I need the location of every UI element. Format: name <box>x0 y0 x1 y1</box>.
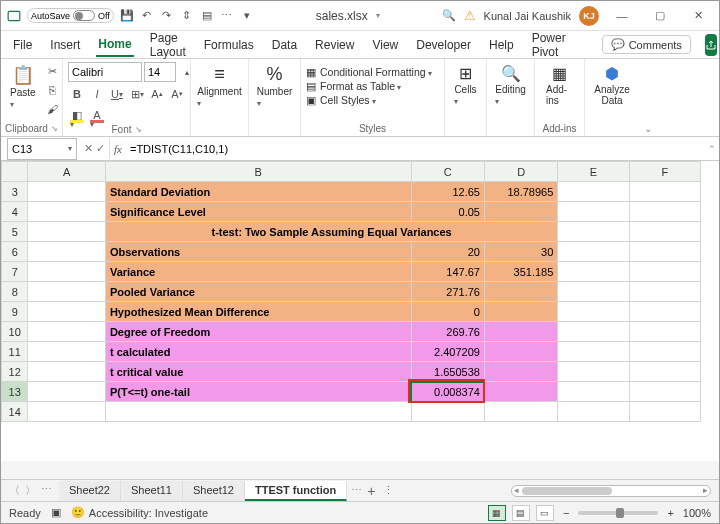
alignment-button[interactable]: ≡ Alignment <box>193 62 245 110</box>
tab-page-layout[interactable]: Page Layout <box>148 27 188 63</box>
cell-F4[interactable] <box>629 202 700 222</box>
col-header-E[interactable]: E <box>558 162 629 182</box>
cell-D13[interactable] <box>484 382 557 402</box>
cell-B13[interactable]: P(T<=t) one-tail <box>105 382 411 402</box>
cell-D9[interactable] <box>484 302 557 322</box>
cell-D11[interactable] <box>484 342 557 362</box>
cell-F9[interactable] <box>629 302 700 322</box>
col-header-B[interactable]: B <box>105 162 411 182</box>
underline-button[interactable]: U <box>108 85 126 103</box>
cell-E12[interactable] <box>558 362 629 382</box>
save-icon[interactable]: 💾 <box>120 9 134 23</box>
page-layout-view-button[interactable]: ▤ <box>512 505 530 521</box>
maximize-button[interactable]: ▢ <box>645 3 675 29</box>
cell-A4[interactable] <box>28 202 105 222</box>
cell-E14[interactable] <box>558 402 629 422</box>
cell-E11[interactable] <box>558 342 629 362</box>
sheet-next-icon[interactable]: 〉 <box>23 483 37 498</box>
cell-D6[interactable]: 30 <box>484 242 557 262</box>
clipboard-launcher-icon[interactable]: ↘ <box>51 124 58 133</box>
comments-button[interactable]: 💬 Comments <box>602 35 691 54</box>
collapse-ribbon-icon[interactable]: ⌄ <box>639 59 657 136</box>
cell-styles-button[interactable]: ▣Cell Styles <box>306 94 432 106</box>
row-header-7[interactable]: 7 <box>2 262 28 282</box>
tab-insert[interactable]: Insert <box>48 34 82 56</box>
cell-E4[interactable] <box>558 202 629 222</box>
avatar[interactable]: KJ <box>579 6 599 26</box>
cell-B12[interactable]: t critical value <box>105 362 411 382</box>
analyze-data-button[interactable]: ⬢ Analyze Data <box>588 62 636 108</box>
cell-E9[interactable] <box>558 302 629 322</box>
bold-button[interactable]: B <box>68 85 86 103</box>
conditional-formatting-button[interactable]: ▦Conditional Formatting <box>306 66 432 78</box>
editing-button[interactable]: 🔍 Editing <box>489 62 532 108</box>
col-header-A[interactable]: A <box>28 162 105 182</box>
cell-D14[interactable] <box>484 402 557 422</box>
cell-A9[interactable] <box>28 302 105 322</box>
cell-D4[interactable] <box>484 202 557 222</box>
tab-formulas[interactable]: Formulas <box>202 34 256 56</box>
cell-E8[interactable] <box>558 282 629 302</box>
cell-C13[interactable]: 0.008374 <box>411 382 484 402</box>
increase-font-icon[interactable]: A▴ <box>148 85 166 103</box>
qat-overflow-icon[interactable]: ⋯ <box>220 9 234 23</box>
cell-A13[interactable] <box>28 382 105 402</box>
tab-home[interactable]: Home <box>96 33 133 57</box>
cell-E6[interactable] <box>558 242 629 262</box>
sheet-tab-sheet12[interactable]: Sheet12 <box>183 481 245 501</box>
name-box[interactable]: C13 ▾ <box>7 138 77 160</box>
cell-B14[interactable] <box>105 402 411 422</box>
row-header-10[interactable]: 10 <box>2 322 28 342</box>
tab-data[interactable]: Data <box>270 34 299 56</box>
cell-F3[interactable] <box>629 182 700 202</box>
row-header-14[interactable]: 14 <box>2 402 28 422</box>
cell-F7[interactable] <box>629 262 700 282</box>
zoom-slider[interactable] <box>578 511 658 515</box>
cell-A11[interactable] <box>28 342 105 362</box>
page-break-view-button[interactable]: ▭ <box>536 505 554 521</box>
normal-view-button[interactable]: ▦ <box>488 505 506 521</box>
sheet-scroll-icon[interactable]: ⋮ <box>381 484 395 497</box>
cell-C7[interactable]: 147.67 <box>411 262 484 282</box>
border-button[interactable]: ⊞ <box>128 85 146 103</box>
decrease-font-icon[interactable]: A▾ <box>168 85 186 103</box>
cell-D12[interactable] <box>484 362 557 382</box>
font-color-button[interactable]: A <box>88 106 106 124</box>
warning-icon[interactable]: ⚠ <box>464 8 476 23</box>
cell-B10[interactable]: Degree of Freedom <box>105 322 411 342</box>
italic-button[interactable]: I <box>88 85 106 103</box>
filename-dropdown-icon[interactable]: ▾ <box>376 11 380 20</box>
undo-icon[interactable]: ↶ <box>140 9 154 23</box>
autosave-toggle[interactable]: AutoSave Off <box>27 8 114 23</box>
cell-F11[interactable] <box>629 342 700 362</box>
cell-E3[interactable] <box>558 182 629 202</box>
zoom-out-button[interactable]: − <box>560 507 572 519</box>
cell-E13[interactable] <box>558 382 629 402</box>
enter-formula-icon[interactable]: ✓ <box>96 142 105 155</box>
qat-dropdown-icon[interactable]: ▾ <box>240 9 254 23</box>
row-header-13[interactable]: 13 <box>2 382 28 402</box>
cell-A7[interactable] <box>28 262 105 282</box>
sheet-tab-sheet11[interactable]: Sheet11 <box>121 481 183 501</box>
cell-B11[interactable]: t calculated <box>105 342 411 362</box>
cell-C9[interactable]: 0 <box>411 302 484 322</box>
cell-D3[interactable]: 18.78965 <box>484 182 557 202</box>
tab-help[interactable]: Help <box>487 34 516 56</box>
search-icon[interactable]: 🔍 <box>442 9 456 23</box>
share-button[interactable] <box>705 34 717 56</box>
paste-button[interactable]: 📋 Paste <box>6 62 40 111</box>
row-header-12[interactable]: 12 <box>2 362 28 382</box>
redo-icon[interactable]: ↷ <box>160 9 174 23</box>
cell-C6[interactable]: 20 <box>411 242 484 262</box>
scrollbar-thumb[interactable] <box>522 487 612 495</box>
cell-B7[interactable]: Variance <box>105 262 411 282</box>
cell-A10[interactable] <box>28 322 105 342</box>
cell-C14[interactable] <box>411 402 484 422</box>
cell-C3[interactable]: 12.65 <box>411 182 484 202</box>
font-name-select[interactable] <box>68 62 142 82</box>
close-button[interactable]: ✕ <box>683 3 713 29</box>
col-header-D[interactable]: D <box>484 162 557 182</box>
cell-F13[interactable] <box>629 382 700 402</box>
cancel-formula-icon[interactable]: ✕ <box>84 142 93 155</box>
sheet-tab-sheet22[interactable]: Sheet22 <box>59 481 121 501</box>
